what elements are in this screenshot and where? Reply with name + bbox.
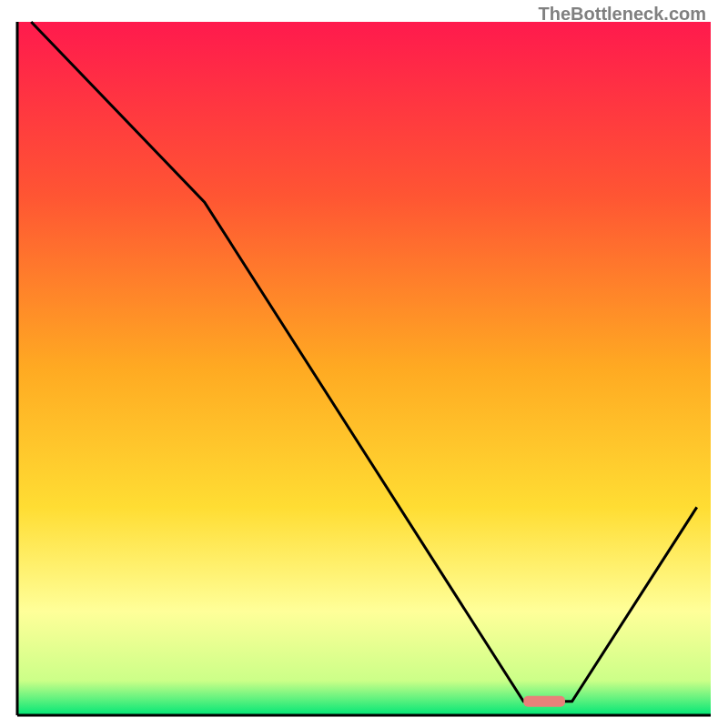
bottleneck-chart (0, 0, 728, 728)
plot-area (17, 22, 711, 715)
optimal-marker (523, 696, 565, 707)
watermark-text: TheBottleneck.com (539, 4, 706, 25)
